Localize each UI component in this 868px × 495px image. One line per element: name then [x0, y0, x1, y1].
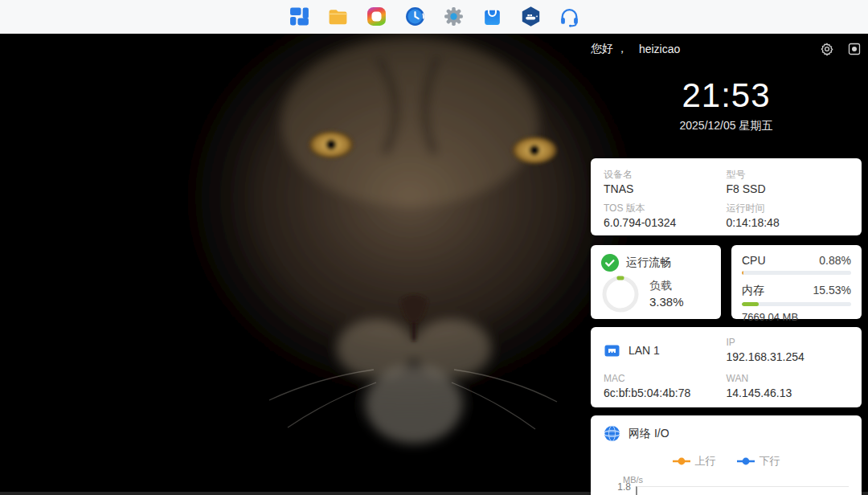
field-value: 0:14:18:48 [727, 216, 850, 230]
docker-whale-icon[interactable] [520, 6, 542, 27]
field-value: 14.145.46.13 [727, 387, 850, 400]
backup-clock-icon[interactable] [404, 6, 426, 27]
field-label: 型号 [727, 169, 850, 180]
cpu-label: CPU [742, 254, 766, 267]
lan-title-row: LAN 1 [604, 337, 727, 364]
widget-panel-icon[interactable] [847, 42, 862, 56]
greeting-text: 您好 ， [591, 42, 628, 56]
memory-meter-block: 内存 15.53% 7669.04 MB [742, 284, 851, 323]
clock-date: 2025/12/05 星期五 [591, 118, 862, 133]
health-status-text: 运行流畅 [626, 256, 671, 270]
y-axis-unit: MB/s [623, 475, 849, 485]
y-tick-1: 1.8 [604, 482, 636, 495]
field-label: TOS 版本 [604, 202, 727, 214]
field-label: IP [727, 337, 850, 348]
settings-gear-icon[interactable] [820, 42, 834, 56]
support-headset-icon[interactable] [559, 6, 580, 27]
network-io-title: 网络 I/O [628, 427, 669, 441]
desktop-tiles-icon[interactable] [289, 6, 310, 27]
chart-plot-area [636, 486, 849, 495]
load-value: 3.38% [649, 294, 684, 310]
system-health-card[interactable]: 运行流畅 负载 3.38% [591, 245, 721, 319]
cpu-meter-row: CPU 0.88% [742, 254, 851, 267]
ip-field: IP 192.168.31.254 [727, 337, 850, 364]
network-io-card[interactable]: 网络 I/O 上行 下行 MB/s 1.8 1.5 [591, 415, 862, 495]
device-name-field: 设备名 TNAS [604, 169, 727, 196]
wan-field: WAN 14.145.46.13 [727, 373, 850, 400]
field-label: 运行时间 [727, 202, 850, 214]
control-panel-gear-icon[interactable] [443, 6, 465, 27]
memory-total: 7669.04 MB [742, 311, 851, 323]
memory-meter-row: 内存 15.53% [742, 284, 851, 298]
field-value: 6.0.794-01324 [604, 216, 727, 230]
field-label: WAN [727, 373, 850, 384]
uptime-field: 运行时间 0:14:18:48 [727, 202, 850, 230]
chart-legend: 上行 下行 [604, 454, 849, 468]
legend-download[interactable]: 下行 [737, 454, 780, 468]
field-value: F8 SSD [727, 182, 850, 196]
lan-card[interactable]: LAN 1 IP 192.168.31.254 MAC 6c:bf:b5:04:… [591, 327, 862, 407]
cpu-memory-card[interactable]: CPU 0.88% 内存 15.53% 7669.04 MB [731, 245, 862, 319]
cpu-value: 0.88% [819, 254, 851, 267]
app-center-bag-icon[interactable] [481, 6, 503, 27]
widget-panel: 您好 ， heizicao 21:53 2025/12/05 星期五 设备名 T… [591, 34, 862, 495]
cpu-progress-fill [742, 271, 743, 275]
memory-progress-fill [742, 302, 759, 306]
memory-progress-bar [742, 302, 851, 306]
load-gauge-row: 负载 3.38% [601, 275, 710, 313]
health-check-icon [601, 254, 619, 272]
legend-upload-label: 上行 [695, 454, 716, 468]
clock-widget: 21:53 2025/12/05 星期五 [591, 76, 862, 133]
field-value: TNAS [604, 182, 727, 196]
file-manager-folder-icon[interactable] [327, 6, 349, 27]
load-label: 负载 [649, 278, 684, 292]
download-legend-marker [737, 457, 755, 465]
mini-cards-row: 运行流畅 负载 3.38% CPU 0.88% [591, 245, 862, 319]
tos-version-field: TOS 版本 6.0.794-01324 [604, 202, 727, 230]
photos-icon[interactable] [366, 6, 387, 27]
ethernet-port-icon [604, 342, 620, 359]
model-field: 型号 F8 SSD [727, 169, 850, 196]
upload-legend-marker [673, 457, 690, 465]
clock-time: 21:53 [591, 76, 862, 115]
greeting-row: 您好 ， heizicao [591, 41, 862, 57]
legend-download-label: 下行 [760, 454, 780, 468]
memory-value: 15.53% [813, 284, 851, 297]
network-io-header: 网络 I/O [604, 425, 849, 442]
field-label: 设备名 [604, 169, 727, 180]
username: heizicao [639, 43, 680, 55]
top-app-bar [0, 0, 868, 34]
globe-network-icon [604, 425, 620, 442]
legend-upload[interactable]: 上行 [673, 454, 716, 468]
load-readout: 负载 3.38% [649, 278, 684, 310]
cpu-progress-bar [742, 271, 851, 275]
device-info-card[interactable]: 设备名 TNAS 型号 F8 SSD TOS 版本 6.0.794-01324 … [591, 158, 862, 235]
field-value: 6c:bf:b5:04:4b:78 [604, 387, 727, 400]
mac-field: MAC 6c:bf:b5:04:4b:78 [604, 373, 727, 400]
chart-axis-row: 1.8 [604, 486, 849, 495]
health-header: 运行流畅 [601, 254, 710, 272]
memory-label: 内存 [742, 284, 764, 298]
lan-title: LAN 1 [628, 344, 660, 357]
load-donut-gauge [601, 275, 640, 313]
field-label: MAC [604, 373, 727, 384]
field-value: 192.168.31.254 [727, 350, 850, 364]
